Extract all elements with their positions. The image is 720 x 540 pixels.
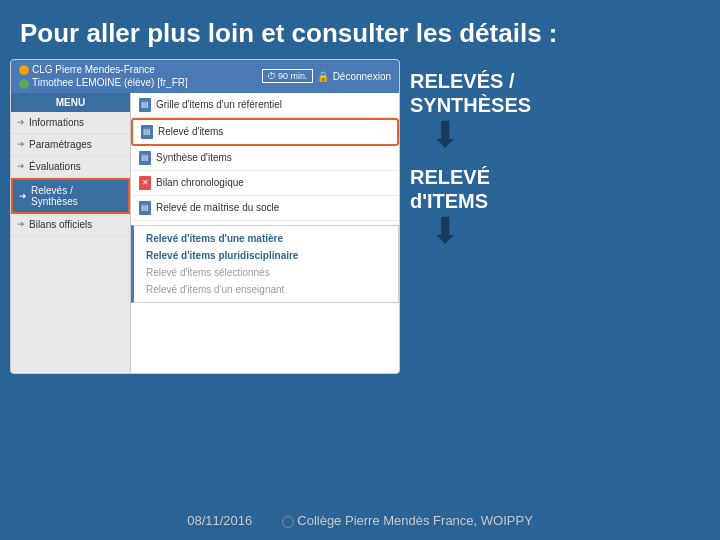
ui-body: MENU ➜ Informations ➜ Paramétrages ➜ Éva… — [11, 93, 399, 373]
footer-college: Collège Pierre Mendès France, WOIPPY — [282, 513, 533, 528]
annotations-panel: RELEVÉS / SYNTHÈSES ⬇ RELEVÉ d'ITEMS ⬇ — [410, 59, 710, 374]
footer: 08/11/2016 Collège Pierre Mendès France,… — [0, 513, 720, 528]
annot-releve-items: RELEVÉ d'ITEMS ⬇ — [410, 165, 490, 249]
overlay-item-matiere[interactable]: Relevé d'items d'une matière — [140, 230, 392, 247]
ui-header-right: ⏱ 90 min. 🔒 Déconnexion — [262, 69, 391, 83]
main-item-releve[interactable]: ▤ Relevé d'items — [131, 118, 399, 146]
overlay-submenu: Relevé d'items d'une matière Relevé d'it… — [131, 225, 399, 303]
arrow-icon: ➜ — [17, 117, 25, 127]
arrow-icon: ➜ — [17, 161, 25, 171]
sidebar-label: Informations — [29, 117, 84, 128]
sidebar-label: Évaluations — [29, 161, 81, 172]
footer-date: 08/11/2016 — [187, 513, 252, 528]
annot-releves-syntheses: RELEVÉS / SYNTHÈSES ⬇ — [410, 69, 531, 153]
item-label: Relevé de maîtrise du socle — [156, 202, 279, 213]
ui-menu-label[interactable]: MENU — [11, 93, 130, 112]
x-icon: ✕ — [139, 176, 151, 190]
item-label: Relevé d'items — [158, 126, 223, 137]
doc-icon: ▤ — [141, 125, 153, 139]
main-item-maitrise[interactable]: ▤ Relevé de maîtrise du socle — [131, 196, 399, 221]
sidebar-label: Paramétrages — [29, 139, 92, 150]
globe-icon — [282, 516, 294, 528]
annot-arrow-1: ⬇ — [430, 117, 460, 153]
sidebar-item-parametrages[interactable]: ➜ Paramétrages — [11, 134, 130, 156]
arrow-icon: ➜ — [17, 219, 25, 229]
ui-header: CLG Pierre Mendes-France Timothee LEMOIN… — [11, 60, 399, 93]
sidebar-item-evaluations[interactable]: ➜ Évaluations — [11, 156, 130, 178]
slide: Pour aller plus loin et consulter les dé… — [0, 0, 720, 540]
ui-sidebar: MENU ➜ Informations ➜ Paramétrages ➜ Éva… — [11, 93, 131, 373]
user-name: Timothee LEMOINE (élève) [fr_FR] — [19, 77, 188, 88]
ui-header-left: CLG Pierre Mendes-France Timothee LEMOIN… — [19, 64, 188, 89]
doc-icon: ▤ — [139, 151, 151, 165]
item-label: Grille d'items d'un référentiel — [156, 99, 282, 110]
item-label: Bilan chronologique — [156, 177, 244, 188]
doc-icon: ▤ — [139, 201, 151, 215]
main-item-grille[interactable]: ▤ Grille d'items d'un référentiel — [131, 93, 399, 118]
annot-label-1: RELEVÉS / — [410, 69, 514, 93]
annot-label-2: SYNTHÈSES — [410, 93, 531, 117]
sidebar-label: Bilans officiels — [29, 219, 92, 230]
time-display: ⏱ 90 min. — [262, 69, 313, 83]
ui-main-panel: ▤ Grille d'items d'un référentiel ▤ Rele… — [131, 93, 399, 373]
disconnect-label[interactable]: Déconnexion — [333, 71, 391, 82]
overlay-item-selectionnes: Relevé d'items sélectionnés — [140, 264, 392, 281]
lock-icon: 🔒 — [317, 71, 329, 82]
annot-label-3: RELEVÉ — [410, 165, 490, 189]
annot-arrow-2: ⬇ — [430, 213, 460, 249]
sidebar-item-informations[interactable]: ➜ Informations — [11, 112, 130, 134]
main-item-synthese[interactable]: ▤ Synthèse d'items — [131, 146, 399, 171]
arrow-icon: ➜ — [17, 139, 25, 149]
overlay-item-pluridisc[interactable]: Relevé d'items pluridisciplinaire — [140, 247, 392, 264]
overlay-item-enseignant: Relevé d'items d'un enseignant — [140, 281, 392, 298]
doc-icon: ▤ — [139, 98, 151, 112]
item-label: Synthèse d'items — [156, 152, 232, 163]
main-item-bilan-chron[interactable]: ✕ Bilan chronologique — [131, 171, 399, 196]
sidebar-item-releves[interactable]: ➜ Relevés / Synthèses — [11, 178, 130, 214]
sidebar-label: Relevés / Synthèses — [31, 185, 122, 207]
slide-title: Pour aller plus loin et consulter les dé… — [0, 0, 720, 59]
content-area: CLG Pierre Mendes-France Timothee LEMOIN… — [0, 59, 720, 374]
sidebar-item-bilans[interactable]: ➜ Bilans officiels — [11, 214, 130, 236]
ui-mockup: CLG Pierre Mendes-France Timothee LEMOIN… — [10, 59, 400, 374]
school-name: CLG Pierre Mendes-France — [19, 64, 188, 75]
arrow-icon: ➜ — [19, 191, 27, 201]
